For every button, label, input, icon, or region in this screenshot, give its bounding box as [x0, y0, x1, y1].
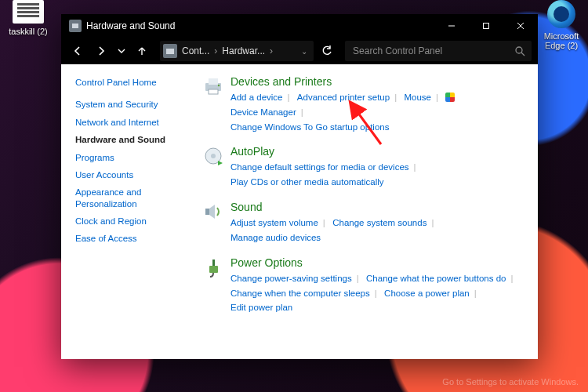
sidebar-home[interactable]: Control Panel Home — [75, 77, 191, 88]
recent-locations-button[interactable] — [114, 41, 129, 61]
link-adjust-volume[interactable]: Adjust system volume — [230, 218, 318, 227]
link-windows-to-go[interactable]: Change Windows To Go startup options — [230, 122, 389, 132]
category-sound: Sound Adjust system volume| Change syste… — [202, 201, 525, 245]
titlebar: Hardware and Sound — [61, 14, 538, 38]
minimize-button[interactable] — [434, 14, 469, 38]
svg-rect-8 — [209, 89, 218, 94]
category-title[interactable]: Devices and Printers — [230, 75, 525, 88]
speaker-icon — [202, 201, 226, 245]
file-icon — [13, 0, 44, 24]
window-title: Hardware and Sound — [86, 20, 175, 31]
shield-icon — [445, 93, 455, 102]
link-edit-plan[interactable]: Edit power plan — [230, 303, 292, 312]
link-device-manager[interactable]: Device Manager — [230, 107, 296, 117]
desktop-icon-label: Microsoft Edge (2) — [538, 31, 585, 50]
sidebar-item-network-internet[interactable]: Network and Internet — [75, 117, 191, 128]
back-button[interactable] — [67, 41, 88, 61]
link-choose-plan[interactable]: Choose a power plan — [384, 289, 470, 298]
link-mouse[interactable]: Mouse — [404, 93, 431, 102]
link-autoplay-defaults[interactable]: Change default settings for media or dev… — [230, 162, 409, 172]
link-advanced-printer-setup[interactable]: Advanced printer setup — [297, 93, 390, 102]
sidebar-item-ease-of-access[interactable]: Ease of Access — [75, 233, 191, 244]
search-icon — [514, 45, 525, 56]
category-title[interactable]: Sound — [230, 201, 525, 213]
printer-icon — [202, 75, 226, 134]
maximize-button[interactable] — [469, 14, 503, 38]
svg-rect-1 — [484, 24, 489, 29]
forward-button[interactable] — [91, 41, 111, 61]
sidebar-item-clock-region[interactable]: Clock and Region — [75, 216, 191, 227]
sidebar-item-system-security[interactable]: System and Security — [75, 99, 191, 110]
svg-marker-14 — [209, 205, 215, 219]
chevron-down-icon[interactable]: ⌄ — [298, 47, 310, 56]
link-add-device[interactable]: Add a device — [230, 93, 283, 102]
chevron-right-icon[interactable]: › — [267, 45, 276, 56]
desktop-icon-edge[interactable]: Microsoft Edge (2) — [538, 0, 585, 50]
svg-point-11 — [211, 154, 216, 158]
link-computer-sleeps[interactable]: Change when the computer sleeps — [230, 289, 370, 298]
category-power-options: Power Options Change power-saving settin… — [202, 256, 525, 315]
link-play-cds[interactable]: Play CDs or other media automatically — [230, 177, 384, 187]
link-change-sounds[interactable]: Change system sounds — [332, 218, 426, 227]
category-autoplay: AutoPlay Change default settings for med… — [202, 145, 525, 190]
svg-rect-15 — [212, 260, 215, 266]
toolbar: Cont... › Hardwar... › ⌄ — [61, 38, 538, 64]
sidebar-item-hardware-sound[interactable]: Hardware and Sound — [75, 134, 191, 145]
control-panel-icon — [163, 44, 177, 58]
svg-point-4 — [516, 47, 522, 53]
activation-watermark: Go to Settings to activate Windows. — [442, 377, 579, 387]
autoplay-icon — [202, 145, 226, 190]
breadcrumb-seg[interactable]: Hardwar... — [222, 45, 265, 56]
close-button[interactable] — [503, 14, 538, 38]
link-manage-audio[interactable]: Manage audio devices — [230, 233, 321, 242]
category-devices-printers: Devices and Printers Add a device| Advan… — [202, 75, 525, 134]
refresh-button[interactable] — [317, 41, 337, 61]
main-content: Devices and Printers Add a device| Advan… — [199, 64, 538, 359]
edge-icon — [547, 0, 575, 28]
sidebar-item-user-accounts[interactable]: User Accounts — [75, 169, 191, 180]
control-panel-window: Hardware and Sound Cont... › Hardwar... … — [61, 14, 538, 359]
search-input[interactable] — [351, 45, 510, 57]
breadcrumb-seg[interactable]: Cont... — [182, 45, 209, 56]
power-icon — [202, 256, 226, 315]
desktop-icon-taskkill[interactable]: taskkill (2) — [5, 0, 52, 36]
search-box[interactable] — [345, 41, 532, 61]
link-power-buttons[interactable]: Change what the power buttons do — [366, 274, 506, 283]
chevron-right-icon[interactable]: › — [211, 45, 220, 56]
control-panel-icon — [69, 20, 82, 32]
breadcrumb[interactable]: Cont... › Hardwar... › ⌄ — [160, 41, 314, 61]
up-button[interactable] — [132, 41, 152, 61]
sidebar-item-appearance[interactable]: Appearance and Personalization — [75, 187, 191, 209]
sidebar: Control Panel Home System and Security N… — [61, 64, 199, 359]
svg-line-5 — [521, 53, 524, 56]
svg-marker-12 — [218, 161, 223, 165]
svg-point-9 — [218, 85, 220, 86]
sidebar-item-programs[interactable]: Programs — [75, 152, 191, 163]
link-power-saving[interactable]: Change power-saving settings — [230, 274, 352, 283]
category-title[interactable]: AutoPlay — [230, 145, 525, 158]
svg-rect-7 — [209, 78, 218, 85]
svg-rect-16 — [209, 266, 218, 273]
category-title[interactable]: Power Options — [230, 256, 525, 269]
desktop-icon-label: taskkill (2) — [5, 27, 52, 36]
svg-rect-13 — [205, 209, 209, 215]
